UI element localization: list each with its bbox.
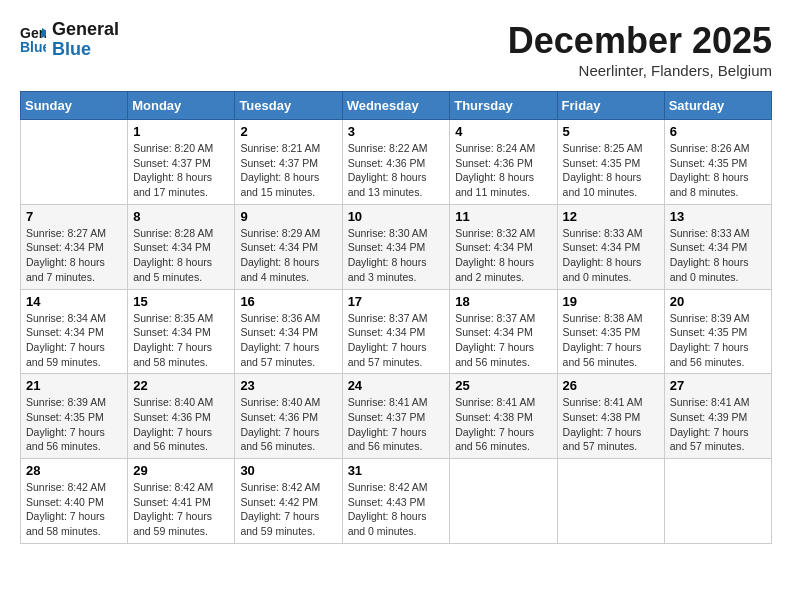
day-info: Sunrise: 8:26 AMSunset: 4:35 PMDaylight:… — [670, 141, 766, 200]
calendar-cell: 18Sunrise: 8:37 AMSunset: 4:34 PMDayligh… — [450, 289, 557, 374]
calendar-cell — [557, 459, 664, 544]
day-info: Sunrise: 8:33 AMSunset: 4:34 PMDaylight:… — [670, 226, 766, 285]
calendar-header-saturday: Saturday — [664, 92, 771, 120]
calendar-cell — [664, 459, 771, 544]
calendar-cell: 1Sunrise: 8:20 AMSunset: 4:37 PMDaylight… — [128, 120, 235, 205]
day-number: 30 — [240, 463, 336, 478]
day-info: Sunrise: 8:29 AMSunset: 4:34 PMDaylight:… — [240, 226, 336, 285]
day-info: Sunrise: 8:42 AMSunset: 4:43 PMDaylight:… — [348, 480, 445, 539]
calendar-cell: 3Sunrise: 8:22 AMSunset: 4:36 PMDaylight… — [342, 120, 450, 205]
day-number: 17 — [348, 294, 445, 309]
title-block: December 2025 Neerlinter, Flanders, Belg… — [508, 20, 772, 79]
day-info: Sunrise: 8:37 AMSunset: 4:34 PMDaylight:… — [348, 311, 445, 370]
day-info: Sunrise: 8:41 AMSunset: 4:37 PMDaylight:… — [348, 395, 445, 454]
day-info: Sunrise: 8:41 AMSunset: 4:39 PMDaylight:… — [670, 395, 766, 454]
day-number: 9 — [240, 209, 336, 224]
calendar-cell: 31Sunrise: 8:42 AMSunset: 4:43 PMDayligh… — [342, 459, 450, 544]
day-number: 29 — [133, 463, 229, 478]
day-info: Sunrise: 8:39 AMSunset: 4:35 PMDaylight:… — [670, 311, 766, 370]
day-number: 5 — [563, 124, 659, 139]
calendar-cell: 2Sunrise: 8:21 AMSunset: 4:37 PMDaylight… — [235, 120, 342, 205]
day-info: Sunrise: 8:34 AMSunset: 4:34 PMDaylight:… — [26, 311, 122, 370]
calendar-cell: 6Sunrise: 8:26 AMSunset: 4:35 PMDaylight… — [664, 120, 771, 205]
calendar-cell: 23Sunrise: 8:40 AMSunset: 4:36 PMDayligh… — [235, 374, 342, 459]
day-info: Sunrise: 8:40 AMSunset: 4:36 PMDaylight:… — [133, 395, 229, 454]
calendar-header-thursday: Thursday — [450, 92, 557, 120]
day-info: Sunrise: 8:25 AMSunset: 4:35 PMDaylight:… — [563, 141, 659, 200]
calendar-cell: 25Sunrise: 8:41 AMSunset: 4:38 PMDayligh… — [450, 374, 557, 459]
day-info: Sunrise: 8:41 AMSunset: 4:38 PMDaylight:… — [563, 395, 659, 454]
calendar-cell: 30Sunrise: 8:42 AMSunset: 4:42 PMDayligh… — [235, 459, 342, 544]
calendar-header-row: SundayMondayTuesdayWednesdayThursdayFrid… — [21, 92, 772, 120]
day-number: 27 — [670, 378, 766, 393]
calendar-header-friday: Friday — [557, 92, 664, 120]
day-info: Sunrise: 8:35 AMSunset: 4:34 PMDaylight:… — [133, 311, 229, 370]
day-info: Sunrise: 8:36 AMSunset: 4:34 PMDaylight:… — [240, 311, 336, 370]
calendar-cell: 17Sunrise: 8:37 AMSunset: 4:34 PMDayligh… — [342, 289, 450, 374]
calendar-header-sunday: Sunday — [21, 92, 128, 120]
day-info: Sunrise: 8:41 AMSunset: 4:38 PMDaylight:… — [455, 395, 551, 454]
calendar-week-1: 1Sunrise: 8:20 AMSunset: 4:37 PMDaylight… — [21, 120, 772, 205]
day-number: 14 — [26, 294, 122, 309]
day-number: 19 — [563, 294, 659, 309]
calendar-cell: 24Sunrise: 8:41 AMSunset: 4:37 PMDayligh… — [342, 374, 450, 459]
calendar-cell: 28Sunrise: 8:42 AMSunset: 4:40 PMDayligh… — [21, 459, 128, 544]
day-info: Sunrise: 8:30 AMSunset: 4:34 PMDaylight:… — [348, 226, 445, 285]
calendar-body: 1Sunrise: 8:20 AMSunset: 4:37 PMDaylight… — [21, 120, 772, 544]
calendar-cell: 4Sunrise: 8:24 AMSunset: 4:36 PMDaylight… — [450, 120, 557, 205]
calendar-cell: 5Sunrise: 8:25 AMSunset: 4:35 PMDaylight… — [557, 120, 664, 205]
calendar-cell: 22Sunrise: 8:40 AMSunset: 4:36 PMDayligh… — [128, 374, 235, 459]
logo-graphic: Gen Blue — [20, 22, 46, 62]
day-info: Sunrise: 8:37 AMSunset: 4:34 PMDaylight:… — [455, 311, 551, 370]
calendar-cell: 20Sunrise: 8:39 AMSunset: 4:35 PMDayligh… — [664, 289, 771, 374]
day-number: 26 — [563, 378, 659, 393]
calendar-cell: 10Sunrise: 8:30 AMSunset: 4:34 PMDayligh… — [342, 204, 450, 289]
day-number: 2 — [240, 124, 336, 139]
logo-general: General — [52, 20, 119, 40]
day-number: 24 — [348, 378, 445, 393]
calendar-week-5: 28Sunrise: 8:42 AMSunset: 4:40 PMDayligh… — [21, 459, 772, 544]
calendar-cell: 27Sunrise: 8:41 AMSunset: 4:39 PMDayligh… — [664, 374, 771, 459]
calendar-cell: 11Sunrise: 8:32 AMSunset: 4:34 PMDayligh… — [450, 204, 557, 289]
calendar-week-2: 7Sunrise: 8:27 AMSunset: 4:34 PMDaylight… — [21, 204, 772, 289]
day-info: Sunrise: 8:22 AMSunset: 4:36 PMDaylight:… — [348, 141, 445, 200]
day-number: 1 — [133, 124, 229, 139]
day-number: 8 — [133, 209, 229, 224]
day-number: 21 — [26, 378, 122, 393]
day-info: Sunrise: 8:27 AMSunset: 4:34 PMDaylight:… — [26, 226, 122, 285]
calendar-week-3: 14Sunrise: 8:34 AMSunset: 4:34 PMDayligh… — [21, 289, 772, 374]
page-header: Gen Blue General Blue December 2025 Neer… — [20, 20, 772, 79]
day-info: Sunrise: 8:42 AMSunset: 4:40 PMDaylight:… — [26, 480, 122, 539]
day-info: Sunrise: 8:33 AMSunset: 4:34 PMDaylight:… — [563, 226, 659, 285]
calendar-header-tuesday: Tuesday — [235, 92, 342, 120]
day-info: Sunrise: 8:28 AMSunset: 4:34 PMDaylight:… — [133, 226, 229, 285]
day-number: 13 — [670, 209, 766, 224]
calendar-cell: 21Sunrise: 8:39 AMSunset: 4:35 PMDayligh… — [21, 374, 128, 459]
day-number: 22 — [133, 378, 229, 393]
calendar-cell — [450, 459, 557, 544]
day-number: 18 — [455, 294, 551, 309]
day-number: 25 — [455, 378, 551, 393]
day-number: 28 — [26, 463, 122, 478]
day-number: 4 — [455, 124, 551, 139]
calendar-cell — [21, 120, 128, 205]
day-number: 16 — [240, 294, 336, 309]
calendar-cell: 13Sunrise: 8:33 AMSunset: 4:34 PMDayligh… — [664, 204, 771, 289]
day-info: Sunrise: 8:39 AMSunset: 4:35 PMDaylight:… — [26, 395, 122, 454]
day-number: 6 — [670, 124, 766, 139]
calendar-week-4: 21Sunrise: 8:39 AMSunset: 4:35 PMDayligh… — [21, 374, 772, 459]
day-number: 7 — [26, 209, 122, 224]
svg-text:Blue: Blue — [20, 39, 46, 55]
calendar-cell: 7Sunrise: 8:27 AMSunset: 4:34 PMDaylight… — [21, 204, 128, 289]
location: Neerlinter, Flanders, Belgium — [508, 62, 772, 79]
day-info: Sunrise: 8:38 AMSunset: 4:35 PMDaylight:… — [563, 311, 659, 370]
calendar-table: SundayMondayTuesdayWednesdayThursdayFrid… — [20, 91, 772, 544]
calendar-cell: 19Sunrise: 8:38 AMSunset: 4:35 PMDayligh… — [557, 289, 664, 374]
day-number: 15 — [133, 294, 229, 309]
day-info: Sunrise: 8:32 AMSunset: 4:34 PMDaylight:… — [455, 226, 551, 285]
day-number: 10 — [348, 209, 445, 224]
logo-blue: Blue — [52, 40, 119, 60]
logo: Gen Blue General Blue — [20, 20, 119, 62]
calendar-cell: 8Sunrise: 8:28 AMSunset: 4:34 PMDaylight… — [128, 204, 235, 289]
logo-text: General Blue — [52, 20, 119, 60]
